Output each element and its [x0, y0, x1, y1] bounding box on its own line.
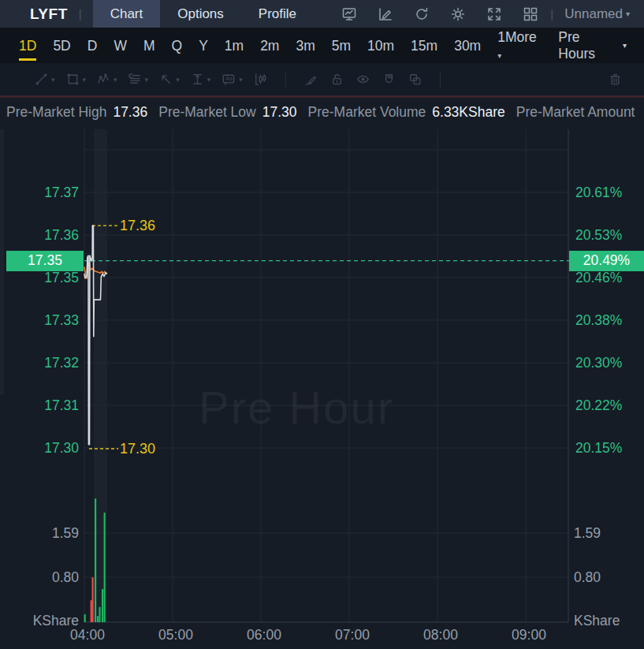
trash-tool[interactable] — [607, 71, 624, 88]
chart-area[interactable]: Pre Hour 17.3717.3617.3517.3317.3217.311… — [0, 127, 644, 649]
top-bar: LYFT | Chart Options Profile | Unnamed ▾ — [0, 0, 644, 28]
fullscreen-icon[interactable] — [486, 6, 503, 23]
time-axis-tick: 08:00 — [423, 627, 458, 643]
premarket-info-bar: Pre-Market High17.36 Pre-Market Low17.30… — [0, 98, 644, 127]
high-price-label: 17.36 — [120, 218, 155, 234]
price-axis-tick: 17.37 — [0, 185, 79, 201]
visibility-tool[interactable] — [355, 71, 371, 88]
timeframe-15m[interactable]: 15m — [411, 31, 437, 61]
settings-gear-icon[interactable] — [449, 6, 467, 23]
timeframe-q[interactable]: Q — [172, 31, 183, 61]
trend-line-icon — [33, 71, 50, 88]
measure-icon — [189, 71, 206, 88]
timeframe-10m[interactable]: 10m — [367, 31, 394, 61]
price-axis-tick: 17.36 — [0, 227, 79, 244]
rectangle-icon — [65, 71, 81, 88]
timeframe-30m[interactable]: 30m — [454, 31, 481, 61]
timeframe-3m[interactable]: 3m — [296, 31, 315, 61]
chevron-down-icon: ▾ — [207, 76, 211, 84]
premarket-amount: Pre-Market Amount — [516, 104, 642, 121]
timeframe-5d[interactable]: 5D — [53, 31, 70, 61]
current-percent-badge: 20.49% — [569, 251, 644, 271]
timeframe-more-menu[interactable]: 1More ▾ — [497, 22, 542, 69]
duplicate-icon — [407, 71, 423, 88]
trend-line-tool[interactable]: ▾ — [33, 71, 55, 88]
workspace-menu[interactable]: Unnamed ▾ — [564, 6, 630, 22]
measure-tool[interactable]: ▾ — [189, 71, 211, 88]
magnet-icon — [381, 71, 397, 88]
eye-icon — [355, 71, 371, 88]
candle-pattern-icon — [252, 71, 269, 88]
tab-options[interactable]: Options — [160, 0, 241, 28]
timeframe-1d[interactable]: 1D — [19, 31, 36, 61]
duplicate-tool[interactable] — [407, 71, 423, 88]
volume-axis-tick: 0.80 — [574, 569, 601, 586]
chevron-down-icon: ▾ — [114, 76, 117, 84]
percent-axis-tick: 20.30% — [575, 355, 622, 371]
svg-text:Aa: Aa — [225, 76, 233, 82]
timeframe-5m[interactable]: 5m — [332, 31, 351, 61]
refresh-icon[interactable] — [413, 6, 430, 23]
chevron-down-icon: ▾ — [623, 41, 627, 50]
premarket-low: Pre-Market Low17.30 — [158, 104, 296, 121]
edit-chart-icon[interactable] — [377, 6, 394, 23]
chevron-down-icon: ▾ — [51, 76, 55, 84]
chevron-down-icon: ▾ — [497, 51, 501, 60]
price-axis-tick: 17.30 — [0, 440, 79, 457]
volume-bar — [99, 607, 100, 622]
volume-axis-tick: 1.59 — [574, 525, 601, 542]
brush-icon — [303, 71, 319, 88]
timeframe-w[interactable]: W — [114, 31, 127, 61]
timeframe-y[interactable]: Y — [199, 31, 208, 61]
time-axis-tick: 09:00 — [512, 627, 546, 643]
timeframe-1m[interactable]: 1m — [225, 31, 244, 61]
layout-grid-icon[interactable] — [522, 6, 539, 23]
symbol-title: LYFT — [30, 6, 68, 23]
brush-tool[interactable] — [303, 71, 319, 88]
volume-bar — [91, 577, 93, 622]
chevron-down-icon: ▾ — [239, 76, 243, 84]
premarket-high: Pre-Market High17.36 — [6, 104, 147, 121]
tab-chart[interactable]: Chart — [93, 0, 161, 28]
timeframe-2m[interactable]: 2m — [260, 31, 279, 61]
divider: | — [79, 7, 82, 21]
price-axis-tick: 17.32 — [0, 355, 79, 371]
gann-lines-tool[interactable]: ▾ — [127, 71, 149, 88]
price-axis-tick: 17.33 — [0, 312, 79, 329]
timeframe-d[interactable]: D — [87, 31, 98, 61]
percent-axis-tick: 20.38% — [575, 312, 622, 329]
low-price-label: 17.30 — [120, 441, 155, 457]
topbar-icon-group — [341, 6, 539, 23]
volume-axis-tick: 0.80 — [0, 569, 79, 586]
time-axis-tick: 05:00 — [158, 627, 193, 643]
time-axis-tick: 07:00 — [335, 627, 370, 643]
percent-axis-tick: 20.22% — [575, 397, 622, 414]
lock-tool[interactable] — [329, 71, 345, 88]
arrow-mark-tool[interactable]: ▾ — [158, 71, 180, 88]
premarket-volume: Pre-Market Volume6.33KShare — [308, 104, 505, 121]
wave-pattern-tool[interactable]: ▾ — [95, 71, 117, 88]
text-note-tool[interactable]: Aa▾ — [220, 71, 243, 88]
current-price-badge: 17.35 — [6, 251, 84, 271]
trash-icon — [607, 71, 624, 88]
candle-pattern-tool[interactable] — [252, 71, 269, 88]
gann-lines-icon — [127, 71, 143, 88]
timeframe-m[interactable]: M — [143, 31, 155, 61]
tab-profile[interactable]: Profile — [241, 0, 314, 28]
chart-screenshot-icon[interactable] — [341, 6, 358, 23]
magnet-tool[interactable] — [381, 71, 397, 88]
percent-axis-tick: 20.61% — [575, 185, 622, 201]
toolbar-separator — [440, 72, 441, 88]
toolbar-separator — [285, 72, 286, 88]
chevron-down-icon: ▾ — [145, 76, 149, 84]
timeframe-bar: 1D 5D D W M Q Y 1m 2m 3m 5m 10m 15m 30m … — [0, 28, 644, 63]
wave-icon — [95, 71, 112, 88]
percent-axis-tick: 20.15% — [575, 440, 622, 457]
chevron-down-icon: ▾ — [626, 9, 630, 18]
chevron-down-icon: ▾ — [176, 76, 180, 84]
shapes-tool[interactable]: ▾ — [65, 71, 87, 88]
volume-unit-label: KShare — [0, 613, 79, 629]
text-note-icon: Aa — [220, 71, 237, 88]
session-selector[interactable]: Pre Hours ▾ — [558, 29, 627, 62]
volume-bar — [102, 589, 103, 622]
